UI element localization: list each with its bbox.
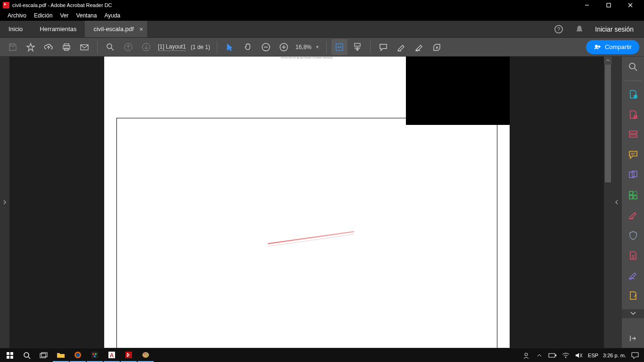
menu-view[interactable]: Ver xyxy=(56,10,72,21)
people-icon[interactable] xyxy=(522,351,530,360)
svg-point-50 xyxy=(76,353,80,357)
svg-rect-38 xyxy=(634,196,637,199)
comment-button[interactable] xyxy=(375,39,391,55)
scroll-up-arrow[interactable] xyxy=(604,57,612,65)
search-taskbar-icon[interactable] xyxy=(19,349,35,362)
wifi-icon[interactable] xyxy=(561,351,570,360)
page-down-button[interactable] xyxy=(138,39,154,55)
more-tools-toggle[interactable] xyxy=(622,309,644,319)
svg-rect-30 xyxy=(629,135,637,137)
combine-files-icon[interactable] xyxy=(626,168,641,181)
edit-pdf-icon[interactable] xyxy=(626,128,641,141)
draw-button[interactable] xyxy=(411,39,427,55)
acrobat-taskbar-icon[interactable] xyxy=(121,349,137,362)
tab-document[interactable]: civil-escala.pdf × xyxy=(85,21,147,37)
menu-edit[interactable]: Edición xyxy=(30,10,56,21)
svg-point-54 xyxy=(94,355,96,357)
fit-width-button[interactable] xyxy=(331,39,347,55)
tray-clock[interactable]: 3:26 p. m. xyxy=(603,353,626,358)
tabbar: Inicio Herramientas civil-escala.pdf × ?… xyxy=(0,21,644,38)
window-title: civil-escala.pdf - Adobe Acrobat Reader … xyxy=(12,2,112,8)
star-button[interactable] xyxy=(23,39,39,55)
protect-tool-icon[interactable] xyxy=(626,229,641,242)
svg-rect-48 xyxy=(41,353,47,357)
zoom-in-button[interactable] xyxy=(276,39,292,55)
drawing-frame xyxy=(116,118,497,348)
collapse-panel-icon[interactable] xyxy=(626,331,641,345)
svg-rect-57 xyxy=(125,352,132,358)
menu-help[interactable]: Ayuda xyxy=(100,10,124,21)
svg-point-22 xyxy=(595,45,598,48)
volume-icon[interactable] xyxy=(575,351,583,360)
tab-home[interactable]: Inicio xyxy=(0,21,31,37)
svg-line-24 xyxy=(635,68,637,71)
svg-rect-29 xyxy=(629,131,637,133)
left-panel-toggle[interactable] xyxy=(0,57,9,348)
comment-tool-icon[interactable] xyxy=(626,148,641,162)
tab-tools[interactable]: Herramientas xyxy=(31,21,85,37)
erase-button[interactable] xyxy=(429,39,445,55)
start-button[interactable] xyxy=(2,349,18,362)
save-button[interactable] xyxy=(5,39,21,55)
svg-text:+: + xyxy=(634,115,636,119)
send-for-signature-icon[interactable] xyxy=(626,289,641,303)
highlight-button[interactable] xyxy=(393,39,409,55)
tab-close-button[interactable]: × xyxy=(139,25,143,33)
export-pdf-icon[interactable]: → xyxy=(626,88,641,101)
window-maximize-button[interactable] xyxy=(598,0,619,10)
layout-name[interactable]: [1] Layout1 xyxy=(158,43,186,51)
svg-rect-37 xyxy=(629,196,633,199)
page-header-tiny-text: PRODUCED BY AN AUTODESK STUDENT VERSION xyxy=(281,57,332,59)
print-button[interactable] xyxy=(58,39,74,55)
redaction-block xyxy=(406,57,510,125)
tab-document-label: civil-escala.pdf xyxy=(93,25,133,33)
tray-language[interactable]: ESP xyxy=(588,353,598,358)
help-icon[interactable]: ? xyxy=(553,24,564,34)
window-minimize-button[interactable] xyxy=(576,0,598,10)
file-explorer-icon[interactable] xyxy=(53,349,69,362)
menu-window[interactable]: Ventana xyxy=(72,10,100,21)
battery-icon[interactable] xyxy=(548,351,557,360)
redact-tool-icon[interactable] xyxy=(626,208,641,222)
vertical-scrollbar[interactable] xyxy=(604,57,612,348)
create-pdf-icon[interactable]: + xyxy=(626,107,641,121)
paint-app-icon[interactable] xyxy=(87,349,103,362)
autocad-icon[interactable]: A xyxy=(104,349,120,362)
document-viewport[interactable]: PRODUCED BY AN AUTODESK STUDENT VERSION xyxy=(9,57,604,348)
svg-line-46 xyxy=(28,357,30,359)
firefox-icon[interactable] xyxy=(70,349,86,362)
sign-in-link[interactable]: Iniciar sesión xyxy=(595,25,634,33)
email-button[interactable] xyxy=(76,39,92,55)
page-up-button[interactable] xyxy=(120,39,136,55)
taskview-icon[interactable] xyxy=(36,349,52,362)
find-button[interactable] xyxy=(102,39,118,55)
notifications-icon[interactable] xyxy=(574,24,585,34)
cloud-upload-button[interactable] xyxy=(41,39,57,55)
zoom-level-dropdown[interactable]: 16,8% ▼ xyxy=(294,44,322,50)
window-close-button[interactable] xyxy=(619,0,641,10)
zoom-out-button[interactable] xyxy=(258,39,274,55)
svg-text:?: ? xyxy=(557,26,560,32)
menu-file[interactable]: Archivo xyxy=(4,10,30,21)
svg-point-45 xyxy=(24,353,29,357)
compress-pdf-icon[interactable] xyxy=(626,248,641,262)
share-button[interactable]: Compartir xyxy=(586,40,639,54)
hand-tool-button[interactable] xyxy=(240,39,256,55)
tray-chevron-up-icon[interactable] xyxy=(535,351,544,360)
mspaint-taskbar-icon[interactable] xyxy=(138,349,154,362)
chevron-down-icon: ▼ xyxy=(315,45,320,49)
organize-pages-icon[interactable] xyxy=(626,188,641,202)
svg-point-58 xyxy=(142,352,149,358)
svg-rect-1 xyxy=(607,3,611,7)
svg-rect-41 xyxy=(7,352,9,355)
svg-point-53 xyxy=(95,353,97,355)
selection-cursor-button[interactable] xyxy=(222,39,238,55)
action-center-icon[interactable] xyxy=(631,351,639,360)
search-tool-icon[interactable] xyxy=(626,60,641,74)
fit-page-button[interactable] xyxy=(349,39,365,55)
svg-point-10 xyxy=(107,44,112,49)
toolbar: [1] Layout1 (1 de 1) 16,8% ▼ Compartir xyxy=(0,38,644,57)
scrollbar-thumb[interactable] xyxy=(605,65,611,182)
fill-sign-icon[interactable] xyxy=(626,269,641,282)
right-panel-toggle[interactable] xyxy=(612,57,621,348)
